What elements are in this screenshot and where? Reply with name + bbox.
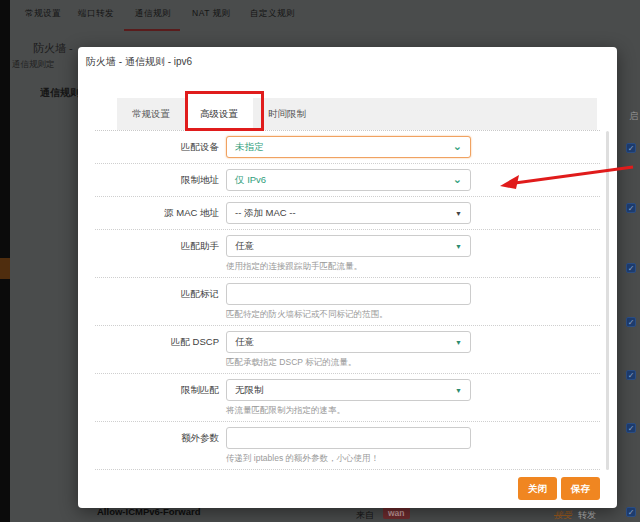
close-button[interactable]: 关闭 [518,477,557,500]
restrict-address-dropdown[interactable]: 仅 IPv6 ⌄ [226,169,471,191]
zone-badge-wan: wan [383,507,410,519]
topnav-tab-port-forward[interactable]: 端口转发 [78,8,114,20]
rule-action-strikethrough: 接受 [554,509,572,522]
match-dscp-select[interactable]: 任意 ▼ [226,331,471,353]
rule-enabled-checkbox[interactable]: ✓ [626,143,636,153]
sidebar-active-item [0,258,10,279]
enable-column-header: 启 [629,110,638,123]
field-description: 匹配特定的防火墙标记或不同标记的范围。 [226,308,471,320]
field-row-source-mac: 源 MAC 地址 -- 添加 MAC -- ▼ [95,197,600,230]
field-description: 传递到 iptables 的额外参数，小心使用！ [226,452,471,464]
field-label: 额外参数 [95,427,226,464]
field-row-match-mark: 匹配标记 匹配特定的防火墙标记或不同标记的范围。 [95,278,600,326]
field-row-match-helper: 匹配助手 任意 ▼ 使用指定的连接跟踪助手匹配流量。 [95,230,600,278]
chevron-down-icon: ⌄ [453,137,462,155]
page-subtitle: 通信规则定 [12,59,78,71]
chevron-down-icon: ⌄ [453,170,462,188]
field-label: 匹配设备 [95,136,226,158]
topnav-tab-custom-rules[interactable]: 自定义规则 [250,8,295,20]
modal-tab-general[interactable]: 常规设置 [117,98,185,130]
match-helper-select[interactable]: 任意 ▼ [226,235,471,257]
field-row-limit-match: 限制匹配 无限制 ▼ 将流量匹配限制为指定的速率。 [95,374,600,422]
match-mark-input[interactable] [226,283,471,305]
source-mac-select[interactable]: -- 添加 MAC -- ▼ [226,202,471,224]
rule-from-label: 来自 [356,509,374,522]
field-description: 匹配承载指定 DSCP 标记的流量。 [226,356,471,368]
rule-enabled-checkbox[interactable]: ✓ [626,263,636,273]
field-label: 限制匹配 [95,379,226,416]
save-button[interactable]: 保存 [561,477,600,500]
field-row-extra-args: 额外参数 传递到 iptables 的额外参数，小心使用！ [95,422,600,470]
modal-title: 防火墙 - 通信规则 - ipv6 [86,55,192,69]
rule-enabled-checkbox[interactable]: ✓ [626,507,636,517]
dropdown-value: 仅 IPv6 [235,174,266,185]
firewall-rule-modal: 防火墙 - 通信规则 - ipv6 常规设置 高级设置 时间限制 匹配设备 未指… [78,47,617,508]
rule-action: 转发 [578,509,596,522]
limit-match-select[interactable]: 无限制 ▼ [226,379,471,401]
active-tab-underline [124,29,180,31]
annotation-red-arrow-icon [495,158,640,194]
rule-enabled-checkbox[interactable]: ✓ [626,370,636,380]
field-label: 匹配标记 [95,283,226,320]
rule-enabled-checkbox[interactable]: ✓ [626,203,636,213]
select-value: 任意 [235,336,254,347]
match-device-dropdown[interactable]: 未指定 ⌄ [226,136,471,158]
select-value: 任意 [235,240,254,251]
topnav-tab-general[interactable]: 常规设置 [25,8,61,20]
caret-down-icon: ▼ [455,236,462,257]
field-label: 匹配助手 [95,235,226,272]
field-label: 限制地址 [95,169,226,191]
topnav-tab-nat-rules[interactable]: NAT 规则 [192,8,231,20]
caret-down-icon: ▼ [455,380,462,401]
extra-args-input[interactable] [226,427,471,449]
topnav-tab-traffic-rules[interactable]: 通信规则 [135,8,171,20]
modal-buttons: 关闭 保存 [518,477,600,500]
dropdown-value: 未指定 [235,141,264,152]
rule-enabled-checkbox[interactable]: ✓ [626,423,636,433]
field-label: 源 MAC 地址 [95,202,226,224]
field-label: 匹配 DSCP [95,331,226,368]
section-title: 通信规则 [40,86,78,100]
caret-down-icon: ▼ [455,332,462,353]
rule-enabled-checkbox[interactable]: ✓ [626,317,636,327]
page-title: 防火墙 - [33,41,78,56]
annotation-red-box [185,91,264,131]
sidebar-strip [0,0,10,522]
select-value: -- 添加 MAC -- [235,207,296,218]
field-row-match-dscp: 匹配 DSCP 任意 ▼ 匹配承载指定 DSCP 标记的流量。 [95,326,600,374]
field-description: 使用指定的连接跟踪助手匹配流量。 [226,260,471,272]
caret-down-icon: ▼ [455,203,462,224]
select-value: 无限制 [235,384,264,395]
field-description: 将流量匹配限制为指定的速率。 [226,404,471,416]
